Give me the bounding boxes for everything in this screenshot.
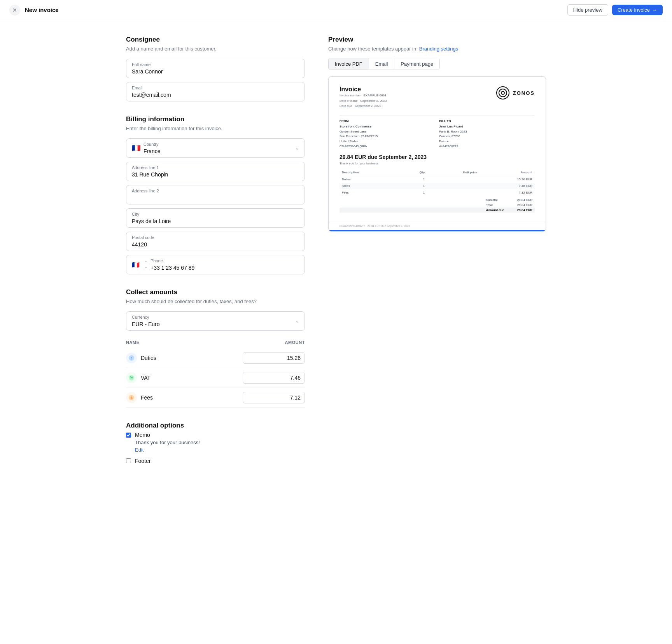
svg-point-8: [501, 91, 504, 94]
invoice-line-items-table: Description Qty Unit price Amount Duties…: [340, 169, 535, 196]
amounts-table-header: NAME AMOUNT: [126, 337, 305, 348]
email-input[interactable]: [126, 91, 304, 101]
fees-amount-wrap: [243, 392, 305, 403]
invoice-preview-header: Invoice Invoice number EXAMPLE-0001 Date…: [340, 86, 535, 109]
invoice-thank-you: Thank you for your business!: [340, 162, 535, 165]
footer-checkbox[interactable]: [126, 458, 131, 463]
phone-field: 🇫🇷 ⌃⌄ Phone: [126, 255, 305, 274]
postal-input[interactable]: [126, 241, 304, 251]
country-select-arrow-icon: ⌄: [295, 145, 299, 151]
branding-settings-link[interactable]: Branding settings: [419, 46, 458, 52]
header-right: Hide preview Create invoice →: [567, 4, 663, 16]
phone-country-selector[interactable]: 🇫🇷 ⌃⌄: [132, 260, 147, 269]
postal-label: Postal code: [126, 232, 304, 241]
full-name-input[interactable]: [126, 68, 304, 78]
duties-icon: ↑: [126, 353, 137, 363]
country-label: Country: [144, 139, 294, 147]
memo-checkbox[interactable]: [126, 433, 131, 438]
phone-input[interactable]: [150, 264, 299, 274]
billing-desc: Enter the billing information for this i…: [126, 126, 305, 131]
currency-select[interactable]: EUR - Euro: [132, 320, 294, 330]
col-description: Description: [340, 169, 400, 176]
bill-to: Bill To Jean-Luc Picard Paris B. Room 26…: [439, 119, 535, 149]
fees-icon: $: [126, 392, 137, 403]
amount-col-header: AMOUNT: [285, 340, 305, 345]
address1-label: Address line 1: [126, 162, 304, 171]
preview-title: Preview: [328, 36, 546, 44]
subtotal-row: Subtotal 29.84 EUR: [340, 197, 535, 202]
duties-label: Duties: [141, 355, 156, 361]
duties-input[interactable]: [243, 352, 305, 364]
tab-payment-page[interactable]: Payment page: [394, 58, 439, 70]
vat-input[interactable]: [243, 372, 305, 384]
total-row: Total 29.84 EUR: [340, 202, 535, 208]
col-unit-price: Unit price: [427, 169, 480, 176]
close-button[interactable]: ✕: [9, 5, 20, 16]
invoice-meta: Invoice number EXAMPLE-0001 Date of issu…: [340, 93, 387, 109]
currency-label: Currency: [132, 312, 294, 320]
address1-field: Address line 1: [126, 162, 305, 181]
phone-flag-arrow-icon: ⌃⌄: [144, 260, 147, 269]
address2-label: Address line 2: [126, 185, 304, 194]
currency-select-arrow-icon: ⌄: [295, 318, 299, 324]
collect-section: Collect amounts How much should be colle…: [126, 288, 305, 408]
arrow-icon: →: [652, 7, 657, 13]
memo-row: Memo Thank you for your business! Edit: [126, 432, 305, 453]
app-header: ✕ New invoice Hide preview Create invoic…: [0, 0, 672, 20]
memo-label[interactable]: Memo: [135, 432, 150, 438]
invoice-totals: Subtotal 29.84 EUR Total 29.84 EUR Amoun…: [340, 197, 535, 213]
phone-label: Phone: [150, 255, 299, 264]
currency-field: Currency EUR - Euro ⌄: [126, 311, 305, 331]
collect-desc: How much should be collected for duties,…: [126, 298, 305, 304]
city-label: City: [126, 209, 304, 217]
city-input[interactable]: [126, 217, 304, 227]
edit-memo-link[interactable]: Edit: [135, 447, 144, 453]
svg-text:%: %: [130, 376, 133, 380]
address1-input[interactable]: [126, 171, 304, 181]
additional-section: Additional options Memo Thank you for yo…: [126, 422, 305, 464]
svg-point-6: [497, 87, 509, 99]
bill-to-title: Bill To: [439, 119, 535, 123]
address2-input[interactable]: [126, 194, 304, 204]
header-left: ✕ New invoice: [9, 5, 59, 16]
invoice-preview-title: Invoice: [340, 86, 387, 93]
tab-email[interactable]: Email: [369, 58, 395, 70]
bill-from-title: From: [340, 119, 435, 123]
hide-preview-button[interactable]: Hide preview: [567, 4, 608, 16]
table-row: Duties 1 15.26 EUR: [340, 176, 535, 183]
name-col-header: NAME: [126, 340, 140, 345]
memo-text: Thank you for your business!: [135, 440, 200, 445]
fees-input[interactable]: [243, 392, 305, 403]
consignee-desc: Add a name and email for this customer.: [126, 46, 305, 52]
postal-field: Postal code: [126, 232, 305, 251]
right-panel: Preview Change how these templates appea…: [328, 36, 546, 478]
invoice-logo: ZONOS: [496, 86, 535, 100]
country-select[interactable]: France: [144, 147, 294, 157]
table-row: Fees 1 7.12 EUR: [340, 189, 535, 196]
consignee-section: Consignee Add a name and email for this …: [126, 36, 305, 101]
vat-label: VAT: [141, 375, 150, 381]
city-field: City: [126, 208, 305, 228]
email-field: Email: [126, 82, 305, 101]
address2-field: Address line 2: [126, 185, 305, 204]
tab-invoice-pdf[interactable]: Invoice PDF: [329, 58, 369, 70]
collect-title: Collect amounts: [126, 288, 305, 296]
bill-from-address: Storefront Commerce Golden Street LaneSa…: [340, 124, 435, 149]
country-field: 🇫🇷 Country France ⌄: [126, 138, 305, 158]
duties-row: ↑ Duties: [126, 348, 305, 368]
invoice-preview-card: Invoice Invoice number EXAMPLE-0001 Date…: [328, 76, 546, 232]
invoice-amount-due: 29.84 EUR due September 2, 2023: [340, 154, 535, 160]
bill-to-address: Jean-Luc Picard Paris B. Room 2623Cannes…: [439, 124, 535, 149]
create-invoice-button[interactable]: Create invoice →: [612, 5, 663, 15]
footer-row: Footer: [126, 457, 305, 464]
footer-label[interactable]: Footer: [135, 458, 150, 464]
full-name-label: Full name: [126, 59, 304, 68]
page-title: New invoice: [25, 7, 59, 13]
preview-desc: Change how these templates appear in Bra…: [328, 46, 546, 52]
france-flag-icon: 🇫🇷: [132, 144, 140, 152]
duties-amount-wrap: [243, 352, 305, 364]
fees-row: $ Fees: [126, 388, 305, 408]
vat-icon: %: [126, 372, 137, 383]
svg-text:↑: ↑: [131, 356, 133, 360]
consignee-title: Consignee: [126, 36, 305, 44]
